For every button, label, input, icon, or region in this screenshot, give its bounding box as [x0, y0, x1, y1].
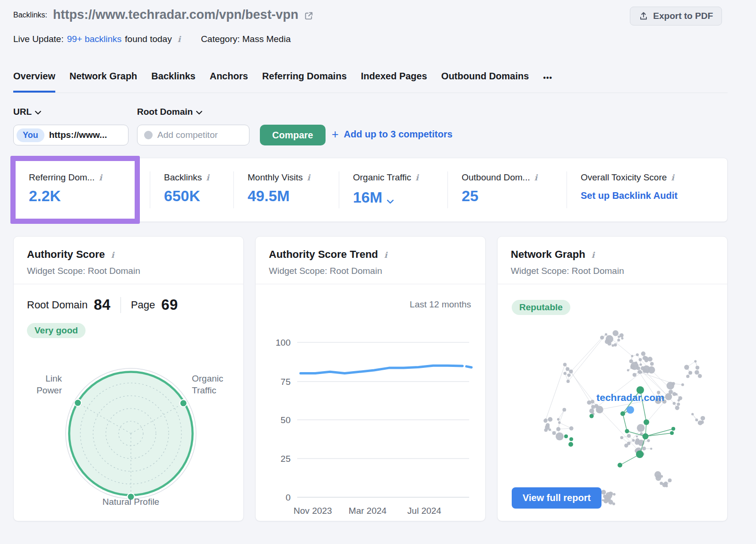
authority-score-card: Authority Scorei Widget Scope: Root Doma… [13, 236, 244, 521]
trend-line [301, 366, 463, 373]
reputable-badge: Reputable [512, 300, 570, 315]
trend-projection [466, 366, 472, 368]
page-header: Backlinks: https://www.techradar.com/vpn… [13, 8, 313, 22]
referring-domains-value[interactable]: 2.2K [29, 187, 145, 205]
x-tick: Nov 2023 [293, 506, 332, 516]
export-icon [639, 11, 648, 21]
y-tick: 25 [281, 454, 291, 464]
report-tabs: Overview Network Graph Backlinks Anchors… [13, 71, 728, 93]
live-update-link[interactable]: 99+ backlinks [67, 34, 122, 44]
info-icon[interactable]: i [111, 251, 114, 259]
y-tick: 75 [281, 377, 291, 387]
monthly-visits-value[interactable]: 49.5M [248, 187, 334, 205]
network-graph-card: Network Graphi Widget Scope: Root Domain… [497, 236, 728, 521]
tabs-more-button[interactable]: ••• [543, 71, 552, 93]
x-tick: Jul 2024 [407, 506, 441, 516]
info-icon[interactable]: i [671, 174, 674, 182]
tab-anchors[interactable]: Anchors [210, 71, 248, 93]
info-icon[interactable]: i [415, 174, 418, 182]
widget-scope: Widget Scope: Root Domain [269, 266, 472, 276]
y-tick: 100 [275, 338, 291, 348]
info-icon[interactable]: i [99, 174, 102, 182]
metric-organic-traffic: Organic Traffici 16M [339, 158, 447, 221]
subheader: Live Update: 99+ backlinks found today i… [13, 34, 291, 44]
radar-point-organic-traffic [180, 400, 187, 407]
setup-backlink-audit-link[interactable]: Set up Backlink Audit [581, 190, 678, 201]
authority-score-header: Authority Scorei Widget Scope: Root Doma… [14, 237, 243, 284]
metric-monthly-visits: Monthly Visitsi 49.5M [233, 158, 339, 221]
info-icon[interactable]: i [178, 35, 180, 43]
add-competitors-link[interactable]: + Add up to 3 competitors [332, 128, 453, 140]
tab-network-graph[interactable]: Network Graph [69, 71, 137, 93]
x-tick: Mar 2024 [349, 506, 387, 516]
widget-scope: Widget Scope: Root Domain [511, 266, 714, 276]
metric-backlinks: Backlinksi 650K [150, 158, 233, 221]
main-url-input[interactable]: You https://www... [13, 125, 129, 145]
main-url-value: https://www... [49, 130, 107, 140]
outbound-domains-value[interactable]: 25 [462, 187, 562, 205]
chevron-down-icon [35, 107, 41, 117]
external-link-icon[interactable] [304, 11, 313, 20]
root-domain-node-label: techradar.com [596, 392, 664, 403]
compare-button[interactable]: Compare [260, 125, 326, 145]
radar-area [69, 372, 192, 495]
tab-overview[interactable]: Overview [13, 71, 55, 93]
trend-header: Authority Score Trendi Widget Scope: Roo… [256, 237, 485, 284]
tab-referring-domains[interactable]: Referring Domains [262, 71, 347, 93]
metric-toxicity-score: Overall Toxicity Scorei Set up Backlink … [567, 158, 727, 221]
authority-score-radar-chart: LinkPower OrganicTraffic Natural Profile [14, 284, 244, 522]
live-update-suffix: found today [125, 34, 172, 44]
widget-scope: Widget Scope: Root Domain [27, 266, 230, 276]
competitor-placeholder: Add competitor [157, 130, 218, 140]
radar-axis-label: Natural Profile [103, 497, 159, 507]
radar-axis-label: OrganicTraffic [192, 374, 223, 395]
info-icon[interactable]: i [307, 174, 310, 182]
competitor-dot-icon [144, 131, 153, 139]
plus-icon: + [332, 128, 339, 140]
chevron-down-icon[interactable] [387, 190, 394, 208]
tab-indexed-pages[interactable]: Indexed Pages [361, 71, 427, 93]
trend-range-label: Last 12 months [410, 299, 471, 310]
analyzed-url: https://www.techradar.com/vpn/best-vpn [53, 8, 299, 22]
authority-score-trend-card: Authority Score Trendi Widget Scope: Roo… [255, 236, 486, 521]
chevron-down-icon [196, 107, 202, 117]
page-title: Backlinks: [13, 11, 47, 19]
metric-referring-domains: Referring Dom...i 2.2K [14, 158, 150, 221]
organic-traffic-value[interactable]: 16M [353, 189, 382, 206]
info-icon[interactable]: i [534, 174, 537, 182]
authority-score-trend-chart: 100 75 50 25 0 Nov 2023 Mar 2024 Jul 202… [256, 326, 486, 522]
root-domain-node[interactable] [627, 406, 634, 414]
info-icon[interactable]: i [384, 251, 387, 259]
backlinks-value[interactable]: 650K [164, 187, 229, 205]
tab-outbound-domains[interactable]: Outbound Domains [441, 71, 529, 93]
radar-point-link-power [74, 400, 81, 407]
export-to-pdf-button[interactable]: Export to PDF [630, 7, 722, 26]
y-tick: 50 [281, 415, 291, 425]
radar-axis-label: LinkPower [36, 374, 62, 395]
metrics-bar: Referring Dom...i 2.2K Backlinksi 650K M… [13, 158, 728, 222]
root-domain-scope-dropdown[interactable]: Root Domain [137, 107, 202, 117]
url-scope-dropdown[interactable]: URL [13, 107, 41, 117]
you-badge: You [17, 128, 44, 142]
network-header: Network Graphi Widget Scope: Root Domain [498, 237, 727, 284]
category-label: Category: Mass Media [201, 34, 291, 44]
metric-outbound-domains: Outbound Dom...i 25 [447, 158, 567, 221]
info-icon[interactable]: i [592, 251, 594, 259]
y-tick: 0 [285, 493, 291, 502]
live-update-label: Live Update: [13, 34, 64, 44]
info-icon[interactable]: i [206, 174, 209, 182]
network-graph-canvas[interactable]: techradar.com [498, 284, 728, 522]
add-competitor-input[interactable]: Add competitor [137, 125, 249, 145]
view-full-report-button[interactable]: View full report [512, 487, 601, 509]
tab-backlinks[interactable]: Backlinks [151, 71, 195, 93]
